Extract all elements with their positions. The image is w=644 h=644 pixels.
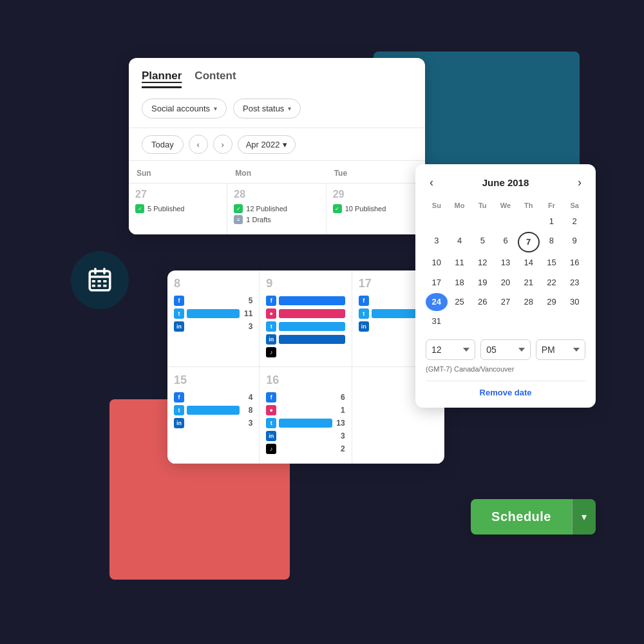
- dp-day-empty: [426, 213, 448, 231]
- dp-day-7-today[interactable]: 7: [518, 232, 540, 252]
- ampm-select[interactable]: PMAM: [536, 339, 585, 360]
- dp-day-19[interactable]: 19: [471, 274, 493, 292]
- planner-nav: Today ‹ › Apr 2022 ▾: [129, 128, 425, 161]
- dp-day-1[interactable]: 1: [541, 213, 563, 231]
- day-header-tue: Tue: [327, 166, 425, 180]
- prev-month-button[interactable]: ‹: [426, 175, 437, 191]
- social-fb-row: f: [266, 296, 345, 306]
- dp-day-31[interactable]: 31: [426, 312, 448, 330]
- schedule-button-wrap: Schedule ▾: [471, 499, 596, 535]
- ig-bar: [279, 309, 345, 318]
- dp-day-empty: [471, 213, 493, 231]
- hour-select[interactable]: 12123 4567 891011: [426, 339, 475, 360]
- datepicker-card: ‹ June 2018 › Su Mo Tu We Th Fr Sa 1 2 3…: [415, 164, 596, 408]
- dp-day-12[interactable]: 12: [471, 254, 493, 272]
- social-fb-row: f 5: [174, 296, 252, 306]
- dp-day-5[interactable]: 5: [471, 232, 493, 252]
- social-tw-row: t 13: [266, 418, 345, 428]
- dp-day-28[interactable]: 28: [518, 293, 540, 311]
- calendar-header: Sun Mon Tue: [129, 161, 425, 183]
- social-tw-row: t 11: [174, 308, 252, 319]
- today-button[interactable]: Today: [142, 135, 184, 154]
- dp-day-15[interactable]: 15: [541, 254, 563, 272]
- cal2-row2: 15 f 4 t 8 in 3 16 f 6 ● 1: [167, 367, 444, 464]
- dp-day-9[interactable]: 9: [564, 232, 585, 252]
- calendar-icon-circle: [71, 251, 129, 309]
- svg-rect-9: [103, 285, 106, 287]
- twitter-icon: t: [266, 321, 276, 332]
- dp-day-30[interactable]: 30: [564, 293, 585, 311]
- tab-planner[interactable]: Planner: [142, 70, 182, 88]
- social-tw-row: t 8: [174, 405, 252, 415]
- dp-day-24-selected[interactable]: 24: [426, 293, 448, 311]
- svg-rect-7: [92, 285, 95, 287]
- social-accounts-filter[interactable]: Social accounts ▾: [142, 99, 227, 118]
- dp-day-27[interactable]: 27: [495, 293, 516, 311]
- social-li-row: in 3: [266, 431, 345, 441]
- next-month-button[interactable]: ›: [574, 175, 585, 191]
- dp-day-20[interactable]: 20: [495, 274, 516, 292]
- linkedin-icon: in: [266, 334, 276, 345]
- dp-day-29[interactable]: 29: [541, 293, 563, 311]
- cal-day-29[interactable]: 29 ✓ 10 Published: [327, 183, 425, 234]
- twitter-icon: t: [359, 308, 369, 319]
- prev-arrow[interactable]: ‹: [189, 135, 208, 154]
- dp-day-21[interactable]: 21: [518, 274, 540, 292]
- dp-day-empty: [449, 213, 471, 231]
- next-arrow[interactable]: ›: [213, 135, 232, 154]
- dp-day-18[interactable]: 18: [449, 274, 471, 292]
- datepicker-grid: Su Mo Tu We Th Fr Sa 1 2 3 4 5 6 7 8 9 1…: [426, 200, 585, 330]
- dp-day-17[interactable]: 17: [426, 274, 448, 292]
- cal-event-draft: ≡ 1 Drafts: [234, 215, 319, 224]
- cal-event: ✓ 10 Published: [333, 204, 419, 213]
- schedule-dropdown-arrow[interactable]: ▾: [572, 499, 596, 535]
- cal-day-28[interactable]: 28 ✓ 12 Published ≡ 1 Drafts: [227, 183, 326, 234]
- dp-day-2[interactable]: 2: [564, 213, 585, 231]
- svg-rect-5: [98, 280, 101, 283]
- cal2-day-9[interactable]: 9 f ● t in ♪: [260, 270, 352, 366]
- facebook-icon: f: [266, 392, 276, 402]
- dp-day-4[interactable]: 4: [449, 232, 471, 252]
- fb-bar: [279, 296, 345, 305]
- twitter-icon: t: [266, 418, 276, 428]
- remove-date-link[interactable]: Remove date: [426, 381, 585, 397]
- dp-day-16[interactable]: 16: [564, 254, 585, 272]
- dp-header-we: We: [495, 200, 516, 211]
- cal-day-27[interactable]: 27 ✓ 5 Published: [129, 183, 227, 234]
- dp-day-25[interactable]: 25: [449, 293, 471, 311]
- twitter-icon: t: [174, 405, 184, 415]
- schedule-button[interactable]: Schedule: [471, 499, 572, 535]
- dp-day-3[interactable]: 3: [426, 232, 448, 252]
- cal2-day-16[interactable]: 16 f 6 ● 1 t 13 in 3 ♪ 2: [260, 367, 352, 463]
- dp-day-13[interactable]: 13: [495, 254, 516, 272]
- dp-day-22[interactable]: 22: [541, 274, 563, 292]
- dp-day-26[interactable]: 26: [471, 293, 493, 311]
- minute-select[interactable]: 05001015 20253035 40455055: [480, 339, 530, 360]
- month-selector[interactable]: Apr 2022 ▾: [238, 135, 296, 154]
- svg-rect-8: [98, 285, 101, 287]
- check-icon: ✓: [333, 204, 342, 213]
- time-selector-row: 12123 4567 891011 05001015 20253035 4045…: [426, 339, 585, 360]
- social-li-row: in: [266, 334, 345, 345]
- day-header-mon: Mon: [227, 166, 326, 180]
- dp-day-10[interactable]: 10: [426, 254, 448, 272]
- tiktok-icon: ♪: [266, 444, 276, 454]
- dp-day-11[interactable]: 11: [449, 254, 471, 272]
- cal2-row1: 8 f 5 t 11 in 3 9 f ●: [167, 270, 444, 367]
- planner-card-lower: 8 f 5 t 11 in 3 9 f ●: [167, 270, 444, 464]
- linkedin-icon: in: [174, 321, 184, 332]
- social-li-row: in 3: [174, 321, 252, 332]
- twitter-bar: [187, 309, 240, 318]
- dp-header-mo: Mo: [449, 200, 471, 211]
- timezone-label: (GMT-7) Canada/Vancouver: [426, 365, 585, 373]
- dp-day-14[interactable]: 14: [518, 254, 540, 272]
- post-status-filter[interactable]: Post status ▾: [233, 99, 301, 118]
- linkedin-icon: in: [174, 418, 184, 428]
- dp-day-23[interactable]: 23: [564, 274, 585, 292]
- dp-day-8[interactable]: 8: [541, 232, 563, 252]
- dp-day-6[interactable]: 6: [495, 232, 516, 252]
- cal2-day-15[interactable]: 15 f 4 t 8 in 3: [167, 367, 260, 463]
- cal2-day-8[interactable]: 8 f 5 t 11 in 3: [167, 270, 260, 366]
- tab-content[interactable]: Content: [194, 70, 236, 88]
- dp-header-sa: Sa: [564, 200, 585, 211]
